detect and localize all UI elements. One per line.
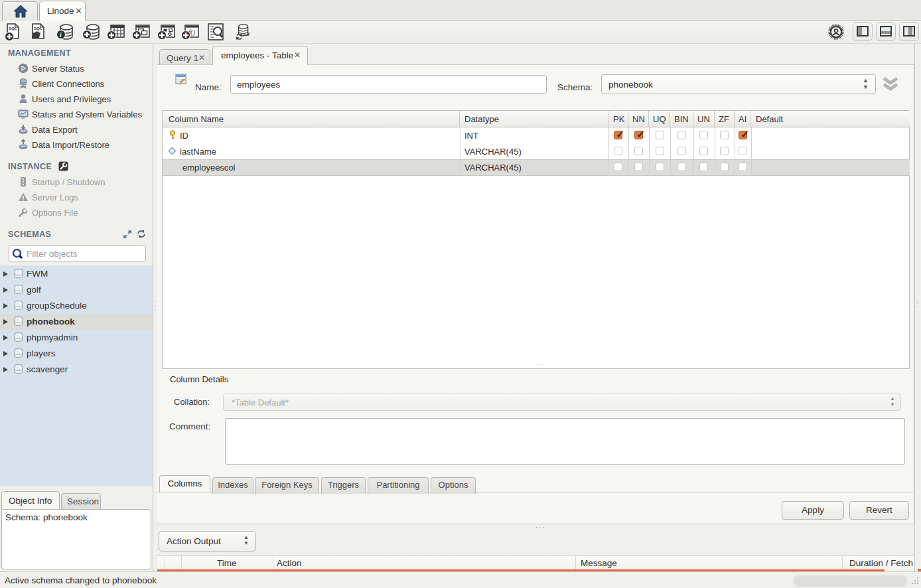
svg-text:SQL: SQL	[34, 27, 42, 31]
svg-text:i: i	[60, 31, 62, 38]
svg-text:SQL: SQL	[9, 27, 17, 31]
